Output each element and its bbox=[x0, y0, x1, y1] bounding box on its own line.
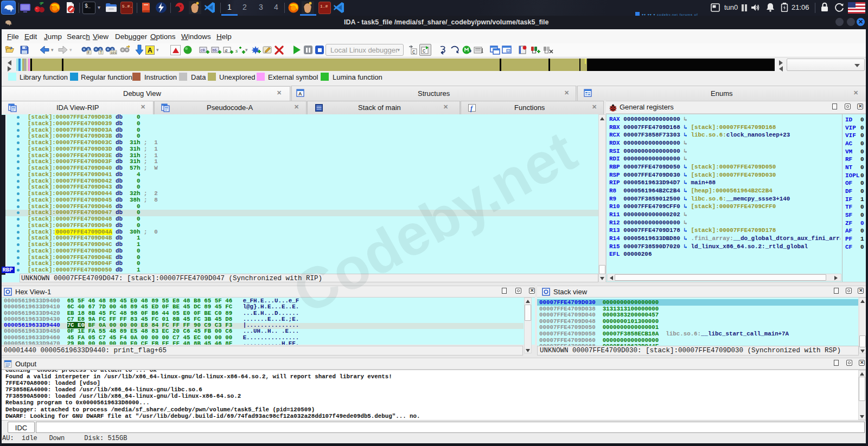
svg-text:C: C bbox=[423, 49, 425, 54]
svg-text:C: C bbox=[412, 50, 415, 55]
svg-text:s: s bbox=[235, 47, 238, 54]
svg-text:A: A bbox=[298, 91, 302, 96]
svg-text:a: a bbox=[225, 48, 227, 53]
svg-text:#: # bbox=[87, 51, 90, 55]
svg-text:101: 101 bbox=[111, 51, 117, 55]
svg-text:T: T bbox=[100, 50, 102, 55]
